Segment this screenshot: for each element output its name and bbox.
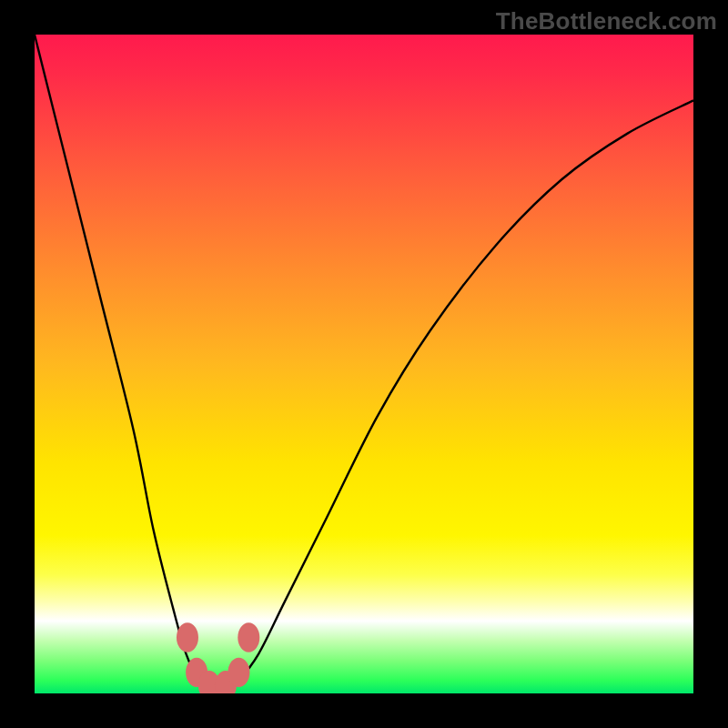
curve-path <box>35 35 693 692</box>
chart-frame: TheBottleneck.com <box>0 0 728 728</box>
bottleneck-curve <box>35 35 693 692</box>
plot-area <box>35 35 693 693</box>
curve-marker <box>177 622 198 652</box>
chart-svg <box>35 35 693 693</box>
curve-marker <box>228 658 249 687</box>
marker-group <box>177 622 259 693</box>
watermark-text: TheBottleneck.com <box>496 7 717 35</box>
curve-marker <box>238 622 259 652</box>
